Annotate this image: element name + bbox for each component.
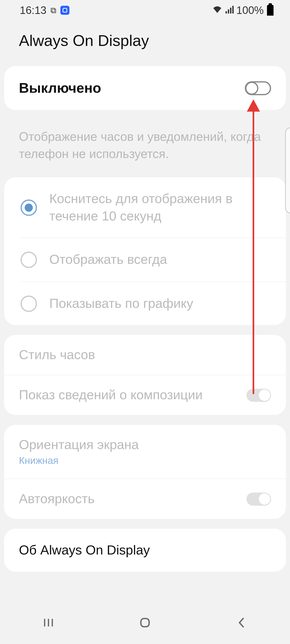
radio-icon [21, 296, 37, 312]
about-label: Об Always On Display [19, 543, 271, 558]
radio-label: Показывать по графику [49, 295, 193, 312]
setting-label: Показ сведений о композиции [19, 388, 203, 403]
radio-option-tap[interactable]: Коснитесь для отображения в течение 10 с… [4, 177, 286, 238]
setting-value: Книжная [19, 455, 139, 466]
setting-label: Автояркость [19, 491, 95, 506]
svg-rect-2 [227, 9, 229, 13]
svg-rect-3 [230, 8, 231, 13]
svg-rect-0 [63, 8, 67, 12]
radio-option-schedule[interactable]: Показывать по графику [21, 282, 286, 325]
svg-rect-4 [232, 6, 233, 13]
feature-description: Отображение часов и уведомлений, когда т… [0, 120, 290, 177]
radio-option-always[interactable]: Отображать всегда [21, 238, 286, 282]
home-button[interactable] [138, 616, 151, 629]
setting-clock-style[interactable]: Стиль часов [4, 335, 286, 375]
master-toggle-label: Выключено [19, 80, 101, 96]
about-row[interactable]: Об Always On Display [4, 529, 286, 572]
wifi-icon [212, 4, 222, 16]
signal-icon [225, 4, 234, 16]
page-title: Always On Display [0, 20, 290, 66]
radio-label: Коснитесь для отображения в течение 10 с… [49, 190, 282, 224]
setting-orientation[interactable]: Ориентация экрана Книжная [4, 425, 286, 479]
setting-auto-brightness[interactable]: Автояркость [4, 479, 286, 519]
master-toggle-row[interactable]: Выключено [4, 66, 286, 110]
app-switch-icon [60, 6, 69, 15]
music-info-toggle[interactable] [246, 388, 271, 402]
setting-label: Ориентация экрана [19, 437, 139, 452]
auto-brightness-toggle[interactable] [246, 492, 271, 506]
recent-apps-button[interactable] [42, 616, 55, 629]
navigation-bar [0, 609, 290, 636]
status-time: 16:13 [20, 4, 46, 16]
battery-icon [267, 5, 274, 16]
master-toggle-switch[interactable] [245, 81, 271, 95]
notification-icon: ⧉ [51, 6, 56, 15]
radio-label: Отображать всегда [49, 251, 167, 268]
radio-icon [21, 252, 37, 268]
setting-label: Стиль часов [19, 347, 95, 362]
back-button[interactable] [235, 616, 248, 629]
status-bar: 16:13 ⧉ 100% [0, 0, 290, 20]
battery-percentage: 100% [236, 4, 263, 16]
radio-icon [21, 199, 37, 216]
svg-rect-8 [141, 618, 149, 626]
scroll-handle[interactable] [285, 127, 290, 214]
svg-rect-1 [225, 11, 227, 13]
setting-music-info[interactable]: Показ сведений о композиции [4, 375, 286, 415]
annotation-arrow [253, 107, 254, 394]
